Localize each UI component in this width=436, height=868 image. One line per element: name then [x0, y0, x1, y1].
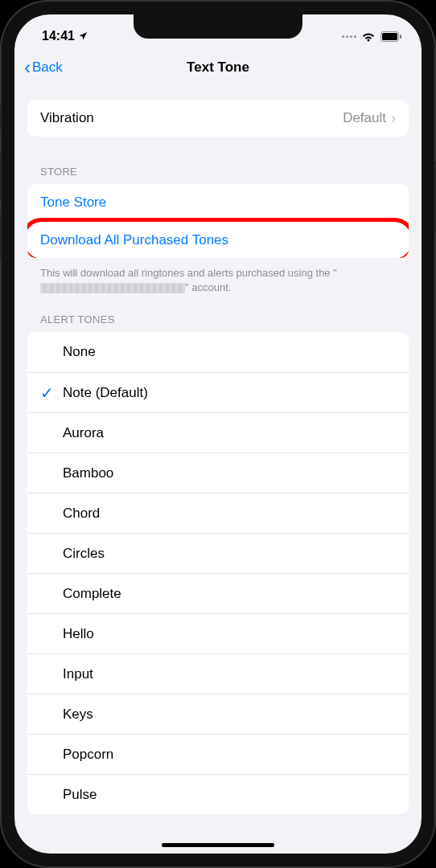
download-all-row[interactable]: Download All Purchased Tones [27, 221, 409, 258]
tone-label: Pulse [63, 787, 97, 803]
vibration-row[interactable]: Vibration Default › [27, 100, 409, 137]
notch [134, 14, 302, 39]
cellular-icon [342, 35, 356, 38]
tone-store-row[interactable]: Tone Store [27, 184, 409, 221]
svg-rect-2 [400, 35, 401, 39]
phone-frame: 14:41 ‹ Back Text Tone Vib [0, 0, 436, 868]
status-left: 14:41 [42, 29, 88, 43]
tone-row-input[interactable]: Input [27, 653, 409, 694]
chevron-left-icon: ‹ [24, 58, 31, 77]
tone-row-aurora[interactable]: Aurora [27, 412, 409, 452]
tone-row-keys[interactable]: Keys [27, 694, 409, 734]
tone-row-note[interactable]: ✓ Note (Default) [27, 372, 409, 412]
volume-down [0, 213, 1, 261]
wifi-icon [361, 31, 376, 42]
tone-row-circles[interactable]: Circles [27, 533, 409, 573]
tone-row-complete[interactable]: Complete [27, 573, 409, 613]
tone-row-bamboo[interactable]: Bamboo [27, 452, 409, 493]
tone-label: Bamboo [63, 465, 113, 481]
tone-label: Keys [63, 706, 93, 723]
tone-label: Note (Default) [63, 385, 148, 401]
vibration-label: Vibration [40, 110, 343, 126]
store-header: STORE [14, 166, 422, 184]
svg-rect-1 [382, 33, 397, 40]
nav-bar: ‹ Back Text Tone [14, 50, 422, 85]
volume-up [0, 153, 1, 201]
tone-row-chord[interactable]: Chord [27, 493, 409, 533]
footer-prefix: This will download all ringtones and ale… [40, 267, 337, 279]
battery-icon [380, 31, 402, 42]
screen: 14:41 ‹ Back Text Tone Vib [14, 14, 422, 854]
alert-tones-list: None ✓ Note (Default) Aurora Bamboo [27, 332, 409, 814]
tone-row-pulse[interactable]: Pulse [27, 774, 409, 814]
tone-label: Hello [63, 626, 94, 642]
tone-label: Circles [63, 546, 105, 562]
home-indicator[interactable] [162, 843, 274, 847]
download-all-label: Download All Purchased Tones [40, 232, 396, 248]
status-right [342, 31, 402, 42]
tone-label: Aurora [63, 425, 104, 441]
vibration-value: Default [343, 110, 386, 126]
page-title: Text Tone [187, 59, 249, 76]
checkmark-icon: ✓ [40, 383, 63, 403]
tone-label: Input [63, 666, 93, 682]
back-label: Back [32, 59, 63, 76]
redacted-account [40, 283, 185, 293]
tone-row-none[interactable]: None [27, 332, 409, 372]
tone-row-hello[interactable]: Hello [27, 613, 409, 653]
tone-label: None [63, 344, 96, 360]
silent-switch [0, 104, 1, 130]
store-footer: This will download all ringtones and ale… [14, 258, 422, 294]
tone-label: Complete [63, 586, 121, 602]
tone-label: Chord [63, 506, 100, 522]
tone-row-popcorn[interactable]: Popcorn [27, 734, 409, 774]
tone-store-label: Tone Store [40, 194, 396, 211]
alert-tones-header: ALERT TONES [14, 313, 422, 332]
chevron-right-icon: › [391, 110, 396, 127]
status-time: 14:41 [42, 29, 75, 43]
footer-suffix: " account. [185, 281, 231, 293]
back-button[interactable]: ‹ Back [24, 58, 63, 77]
location-icon [78, 31, 88, 41]
tone-label: Popcorn [63, 747, 113, 763]
content: Vibration Default › STORE Tone Store Dow… [14, 100, 422, 814]
